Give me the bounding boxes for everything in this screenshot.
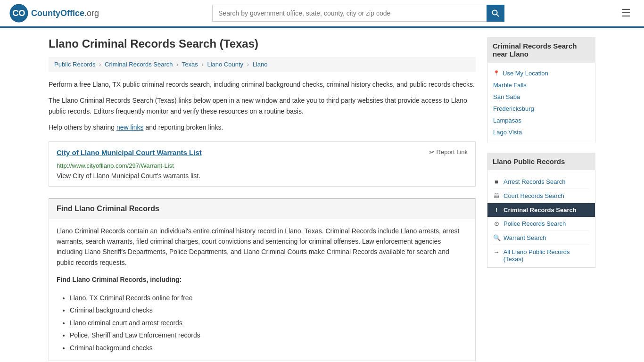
sidebar-nearby-fredericksburg[interactable]: Fredericksburg xyxy=(493,103,589,115)
breadcrumb-item-llano-county[interactable]: Llano County xyxy=(207,61,243,68)
breadcrumb-sep: › xyxy=(99,61,101,68)
search-input[interactable] xyxy=(212,5,487,22)
menu-button[interactable]: ☰ xyxy=(618,5,635,21)
report-link-label: Report Link xyxy=(437,148,468,156)
link-card-header: City of Llano Municipal Court Warrants L… xyxy=(57,148,468,159)
criminal-records-icon: ! xyxy=(493,206,500,214)
search-area xyxy=(212,5,504,22)
warrant-search-link[interactable]: Warrant Search xyxy=(504,234,546,241)
list-item: Llano criminal court and arrest records xyxy=(70,317,468,329)
court-records-link[interactable]: Court Records Search xyxy=(504,192,564,199)
logo-text: CountyOffice.org xyxy=(31,8,99,18)
sidebar-nearby-section: Criminal Records Search near Llano 📍 Use… xyxy=(487,37,595,143)
page-title: Llano Criminal Records Search (Texas) xyxy=(49,37,476,50)
breadcrumb-item-texas[interactable]: Texas xyxy=(182,61,198,68)
all-records-link[interactable]: All Llano Public Records (Texas) xyxy=(504,248,589,263)
find-subheading: Find Llano Criminal Records, including: xyxy=(57,274,468,285)
breadcrumb-item-llano[interactable]: Llano xyxy=(253,61,268,68)
find-section-text: Llano Criminal Records contain an indivi… xyxy=(57,226,468,268)
list-item: Llano, TX Criminal Records online for fr… xyxy=(70,292,468,304)
logo-icon: CO xyxy=(9,4,28,23)
sidebar-police-records[interactable]: ⊙ Police Records Search xyxy=(493,217,589,231)
fredericksburg-link[interactable]: Fredericksburg xyxy=(493,105,534,112)
list-item: Police, Sheriff and Law Enforcement reco… xyxy=(70,329,468,342)
court-records-icon: 🏛 xyxy=(493,192,500,199)
find-section: Find Llano Criminal Records Llano Crimin… xyxy=(49,198,476,362)
logo[interactable]: CO CountyOffice.org xyxy=(9,4,99,23)
sidebar-public-records-section: Llano Public Records ■ Arrest Records Se… xyxy=(487,153,595,268)
sidebar-arrest-records[interactable]: ■ Arrest Records Search xyxy=(493,175,589,189)
sidebar-nearby-body: 📍 Use My Location Marble Falls San Saba … xyxy=(487,63,595,143)
link-card-title-link[interactable]: City of Llano Municipal Court Warrants L… xyxy=(57,148,202,156)
search-button[interactable] xyxy=(487,5,504,22)
find-section-body: Llano Criminal Records contain an indivi… xyxy=(49,219,475,361)
list-item: Criminal background checks xyxy=(70,304,468,317)
help-text: Help others by sharing new links and rep… xyxy=(49,122,476,132)
search-icon xyxy=(492,9,499,17)
svg-line-3 xyxy=(497,15,499,17)
criminal-records-link[interactable]: Criminal Records Search xyxy=(504,206,577,214)
find-section-header: Find Llano Criminal Records xyxy=(49,199,475,219)
lampasas-link[interactable]: Lampasas xyxy=(493,117,521,124)
san-saba-link[interactable]: San Saba xyxy=(493,93,520,100)
breadcrumb-sep: › xyxy=(176,61,178,68)
marble-falls-link[interactable]: Marble Falls xyxy=(493,82,527,89)
location-pin-icon: 📍 xyxy=(493,70,500,76)
arrow-right-icon: → xyxy=(493,248,500,255)
use-my-location-link[interactable]: Use My Location xyxy=(503,70,548,77)
police-records-link[interactable]: Police Records Search xyxy=(504,220,566,227)
new-links-link[interactable]: new links xyxy=(116,123,144,131)
sidebar-nearby-lampasas[interactable]: Lampasas xyxy=(493,115,589,126)
sidebar-nearby-lago-vista[interactable]: Lago Vista xyxy=(493,126,589,138)
breadcrumb-sep: › xyxy=(201,61,203,68)
arrest-records-link[interactable]: Arrest Records Search xyxy=(504,178,566,185)
sidebar-warrant-search[interactable]: 🔍 Warrant Search xyxy=(493,231,589,245)
main-container: Llano Criminal Records Search (Texas) Pu… xyxy=(39,37,605,361)
warrant-search-icon: 🔍 xyxy=(493,234,500,241)
breadcrumb-item-public-records[interactable]: Public Records xyxy=(54,61,95,68)
sidebar-public-records-body: ■ Arrest Records Search 🏛 Court Records … xyxy=(487,170,595,268)
site-header: CO CountyOffice.org ☰ xyxy=(0,0,644,28)
secondary-text: The Llano Criminal Records Search (Texas… xyxy=(49,95,476,116)
sidebar-nearby-title: Criminal Records Search near Llano xyxy=(487,37,595,63)
link-card-description: View City of Llano Municipal Court's war… xyxy=(57,172,468,180)
svg-text:CO: CO xyxy=(13,8,25,18)
breadcrumb: Public Records › Criminal Records Search… xyxy=(49,57,476,72)
sidebar-nearby-san-saba[interactable]: San Saba xyxy=(493,91,589,103)
arrest-records-icon: ■ xyxy=(493,178,500,185)
find-section-title: Find Llano Criminal Records xyxy=(57,205,468,213)
intro-text: Perform a free Llano, TX public criminal… xyxy=(49,79,476,90)
content-area: Llano Criminal Records Search (Texas) Pu… xyxy=(49,37,476,361)
report-link-button[interactable]: ✂ Report Link xyxy=(429,148,468,156)
sidebar-court-records[interactable]: 🏛 Court Records Search xyxy=(493,189,589,203)
link-card-url[interactable]: http://www.cityofllano.com/297/Warrant-L… xyxy=(57,162,468,169)
svg-point-2 xyxy=(493,10,497,15)
sidebar-public-records-title: Llano Public Records xyxy=(487,153,595,170)
find-list: Llano, TX Criminal Records online for fr… xyxy=(57,292,468,354)
breadcrumb-item-criminal-records[interactable]: Criminal Records Search xyxy=(105,61,173,68)
sidebar-nearby-marble-falls[interactable]: Marble Falls xyxy=(493,79,589,91)
sidebar: Criminal Records Search near Llano 📍 Use… xyxy=(487,37,595,361)
list-item: Criminal background checks xyxy=(70,342,468,354)
sidebar-criminal-records[interactable]: ! Criminal Records Search xyxy=(487,203,595,217)
breadcrumb-sep: › xyxy=(247,61,249,68)
link-card: City of Llano Municipal Court Warrants L… xyxy=(49,141,476,187)
police-records-icon: ⊙ xyxy=(493,220,500,227)
lago-vista-link[interactable]: Lago Vista xyxy=(493,129,522,136)
use-my-location-item[interactable]: 📍 Use My Location xyxy=(493,67,589,79)
link-card-url-link[interactable]: http://www.cityofllano.com/297/Warrant-L… xyxy=(57,162,174,169)
scissors-icon: ✂ xyxy=(429,148,435,156)
sidebar-all-records[interactable]: → All Llano Public Records (Texas) xyxy=(493,245,589,263)
